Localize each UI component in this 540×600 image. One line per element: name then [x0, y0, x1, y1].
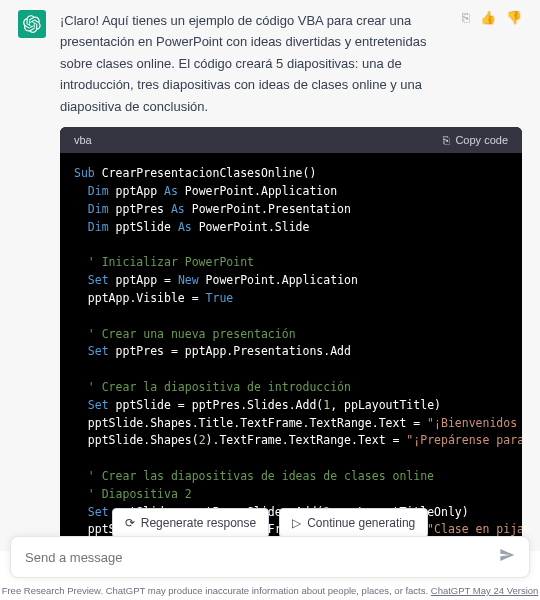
copy-code-label: Copy code — [455, 134, 508, 146]
code-block: vba ⎘ Copy code Sub CrearPresentacionCla… — [60, 127, 522, 551]
thumbs-down-icon[interactable]: 👎 — [506, 10, 522, 25]
code-lang-label: vba — [74, 134, 92, 146]
code-wrapper: vba ⎘ Copy code Sub CrearPresentacionCla… — [0, 117, 540, 551]
openai-icon — [23, 15, 41, 33]
intro-text: ¡Claro! Aquí tienes un ejemplo de código… — [60, 10, 522, 117]
continue-button[interactable]: ▷ Continue generating — [279, 508, 428, 538]
refresh-icon: ⟳ — [125, 516, 135, 530]
version-link[interactable]: ChatGPT May 24 Version — [431, 585, 539, 596]
message-input-area — [10, 536, 530, 578]
clipboard-icon: ⎘ — [443, 134, 450, 146]
regenerate-label: Regenerate response — [141, 516, 256, 530]
copy-icon[interactable]: ⎘ — [462, 10, 470, 25]
message-body: ¡Claro! Aquí tienes un ejemplo de código… — [60, 10, 522, 117]
code-header: vba ⎘ Copy code — [60, 127, 522, 153]
continue-icon: ▷ — [292, 516, 301, 530]
continue-label: Continue generating — [307, 516, 415, 530]
regenerate-button[interactable]: ⟳ Regenerate response — [112, 508, 269, 538]
thumbs-up-icon[interactable]: 👍 — [480, 10, 496, 25]
bottom-actions: ⟳ Regenerate response ▷ Continue generat… — [0, 508, 540, 538]
copy-code-button[interactable]: ⎘ Copy code — [443, 134, 508, 146]
code-content[interactable]: Sub CrearPresentacionClasesOnline() Dim … — [60, 153, 522, 551]
message-input[interactable] — [25, 550, 499, 565]
assistant-avatar — [18, 10, 46, 38]
footer-disclaimer: Free Research Preview. ChatGPT may produ… — [0, 585, 540, 596]
send-icon — [499, 547, 515, 563]
assistant-message-row: ¡Claro! Aquí tienes un ejemplo de código… — [0, 0, 540, 117]
feedback-group: ⎘ 👍 👎 — [462, 10, 522, 25]
send-button[interactable] — [499, 547, 515, 567]
